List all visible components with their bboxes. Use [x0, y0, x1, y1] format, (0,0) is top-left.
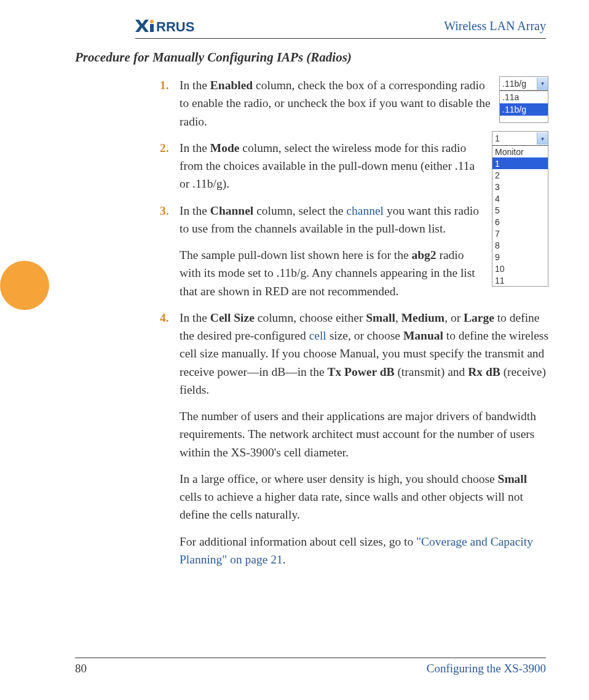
footer-rule	[75, 658, 546, 658]
text-bold: Channel	[210, 204, 253, 217]
text: , or	[445, 311, 464, 324]
text-bold: Medium	[401, 311, 445, 324]
text: (transmit) and	[395, 365, 468, 378]
footer-section-title: Configuring the XS-3900	[427, 662, 546, 675]
section-title: Procedure for Manually Configuring IAPs …	[75, 50, 546, 65]
brand-logo: RRUS	[135, 17, 227, 34]
text-bold: abg2	[411, 249, 436, 261]
step-1-p1: In the Enabled column, check the box of …	[180, 76, 548, 130]
text-bold: Tx Power dB	[327, 365, 394, 378]
footer-row: 80 Configuring the XS-3900	[75, 662, 546, 675]
procedure-steps: In the Enabled column, check the box of …	[160, 76, 548, 568]
text-bold: Large	[464, 311, 494, 324]
text: In the	[180, 311, 210, 324]
svg-marker-0	[135, 20, 149, 32]
text-bold: Enabled	[210, 79, 253, 92]
document-page: RRUS Wireless LAN Array Procedure for Ma…	[0, 0, 589, 700]
header-right-text: Wireless LAN Array	[444, 19, 546, 33]
step-3: In the Channel column, select the channe…	[160, 202, 548, 300]
text: column, select the	[253, 204, 346, 217]
step-3-p1: In the Channel column, select the channe…	[180, 202, 548, 238]
body-content: .11b/g ▾ .11a .11b/g 1 ▾ Monitor 1 2 3 4…	[160, 76, 548, 568]
page-footer: 80 Configuring the XS-3900	[75, 658, 546, 675]
step-2-p1: In the Mode column, select the wireless …	[180, 139, 548, 193]
step-4-p3: In a large office, or where user density…	[180, 470, 548, 524]
text: In the	[180, 141, 210, 154]
header-rule	[135, 38, 546, 39]
step-4-p1: In the Cell Size column, choose either S…	[180, 309, 548, 399]
step-4: In the Cell Size column, choose either S…	[160, 309, 548, 568]
text: cells to achieve a higher data rate, sin…	[180, 490, 523, 521]
text-bold: Cell Size	[210, 311, 255, 324]
step-1: In the Enabled column, check the box of …	[160, 76, 548, 130]
text: For additional information about cell si…	[180, 535, 416, 548]
side-marker-dot-icon	[0, 261, 49, 310]
text: In the	[180, 204, 210, 217]
text: The sample pull-down list shown here is …	[180, 249, 411, 261]
step-4-p2: The number of users and their applicatio…	[180, 407, 548, 461]
text: .	[283, 553, 286, 566]
text-bold: Manual	[403, 329, 443, 342]
text: size, or choose	[326, 329, 403, 342]
text: column, choose either	[255, 311, 366, 324]
glossary-link[interactable]: channel	[346, 204, 384, 217]
svg-point-1	[150, 20, 154, 23]
glossary-link[interactable]: cell	[309, 329, 326, 342]
text: ,	[395, 311, 401, 324]
text: In a large office, or where user density…	[180, 472, 498, 485]
text: In the	[180, 79, 210, 92]
svg-text:RRUS: RRUS	[156, 19, 194, 34]
text-bold: Small	[498, 472, 528, 485]
svg-rect-2	[150, 24, 154, 32]
text-bold: Small	[366, 311, 395, 324]
text-bold: Mode	[210, 141, 240, 154]
step-4-p4: For additional information about cell si…	[180, 533, 548, 569]
text-bold: Rx dB	[468, 365, 500, 378]
page-header: RRUS Wireless LAN Array	[0, 15, 546, 36]
step-3-p2: The sample pull-down list shown here is …	[180, 246, 548, 300]
page-number: 80	[75, 662, 87, 675]
step-2: In the Mode column, select the wireless …	[160, 139, 548, 193]
